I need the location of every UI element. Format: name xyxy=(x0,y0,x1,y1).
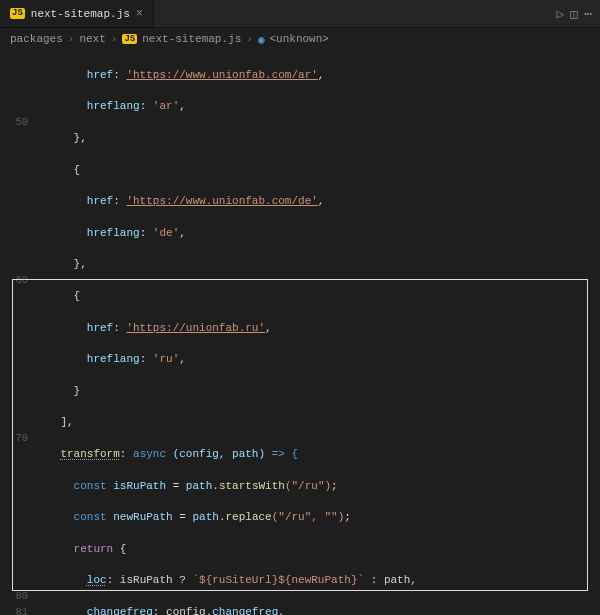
tab-actions: ▷ ◫ ⋯ xyxy=(549,0,600,27)
js-file-icon: JS xyxy=(10,8,25,19)
chevron-right-icon: › xyxy=(68,33,75,45)
run-icon[interactable]: ▷ xyxy=(557,6,565,22)
crumb-next[interactable]: next xyxy=(79,33,105,45)
split-editor-icon[interactable]: ◫ xyxy=(570,6,578,22)
crumb-file[interactable]: next-sitemap.js xyxy=(142,33,241,45)
code-area[interactable]: href: 'https://www.unionfab.com/ar', hre… xyxy=(34,50,600,615)
tab-bar: JS next-sitemap.js × ▷ ◫ ⋯ xyxy=(0,0,600,28)
close-icon[interactable]: × xyxy=(136,7,143,21)
js-file-icon: JS xyxy=(122,34,137,44)
crumb-symbol[interactable]: <unknown> xyxy=(270,33,329,45)
more-icon[interactable]: ⋯ xyxy=(584,6,592,22)
breadcrumb: packages › next › JS next-sitemap.js › ◉… xyxy=(0,28,600,50)
code-editor[interactable]: 50 60 70 80 81 href: 'https://www.unionf… xyxy=(0,50,600,615)
line-gutter: 50 60 70 80 81 xyxy=(0,50,34,615)
editor-tab[interactable]: JS next-sitemap.js × xyxy=(0,0,154,27)
tab-filename: next-sitemap.js xyxy=(31,8,130,20)
chevron-right-icon: › xyxy=(111,33,118,45)
symbol-icon: ◉ xyxy=(258,33,265,46)
crumb-packages[interactable]: packages xyxy=(10,33,63,45)
chevron-right-icon: › xyxy=(246,33,253,45)
